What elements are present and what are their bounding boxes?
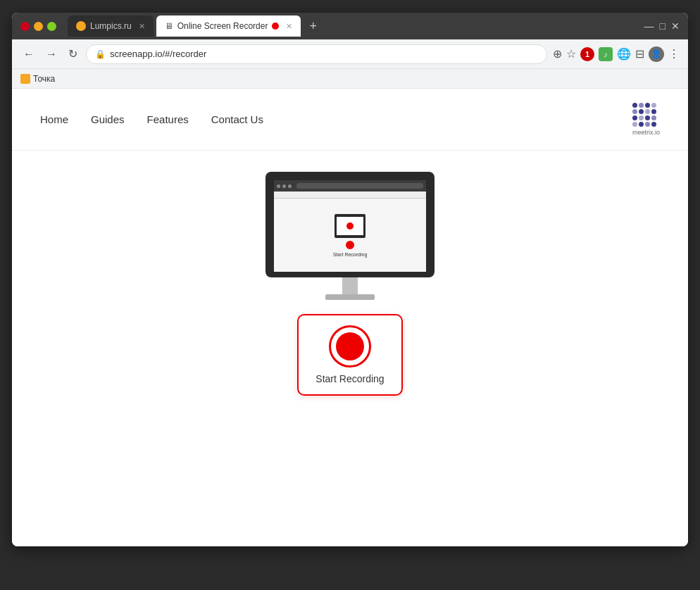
screen-toolbar (274, 192, 426, 199)
bookmark-tochka[interactable]: Точка (20, 74, 55, 84)
screen-url-bar (296, 183, 423, 189)
logo-area: meetrix.io (632, 103, 660, 136)
screen-dot (288, 184, 292, 188)
logo-dot (632, 122, 637, 127)
logo-dot (645, 115, 650, 120)
win-right-controls: — □ ✕ (644, 20, 680, 32)
extension-icon-2[interactable]: ♪ (599, 47, 613, 61)
logo-dot (651, 109, 656, 114)
recording-indicator-dot (272, 23, 279, 30)
screen-body: Start Recording (274, 199, 426, 272)
mini-screen-label: Start Recording (333, 252, 368, 257)
window-controls (20, 22, 56, 31)
logo-text: meetrix.io (632, 129, 660, 136)
mini-screen (337, 217, 363, 235)
record-button-icon (329, 325, 371, 368)
win-close-icon[interactable]: ✕ (671, 20, 680, 32)
bookmark-star-icon[interactable]: ☆ (566, 47, 576, 61)
record-dot (336, 332, 364, 360)
address-text: screenapp.io/#/recorder (110, 49, 206, 59)
screen-dot (282, 184, 286, 188)
tab1-title: Lumpics.ru (90, 21, 132, 31)
logo-dot (651, 103, 656, 108)
monitor-screen: Start Recording (274, 180, 426, 272)
tab2-title: Online Screen Recorder (177, 21, 268, 31)
profile-icon[interactable]: 🌐 (617, 47, 631, 61)
logo-dot (639, 109, 644, 114)
main-content: Start Recording Start Recording (12, 151, 688, 417)
logo-dot (645, 103, 650, 108)
nav-contact[interactable]: Contact Us (211, 113, 263, 125)
url-bar[interactable]: 🔒 screenapp.io/#/recorder (86, 44, 547, 64)
extension-icon-1[interactable]: 1 (580, 47, 594, 61)
title-bar: Lumpics.ru ✕ 🖥 Online Screen Recorder ✕ … (12, 13, 688, 39)
screen-dot (277, 184, 280, 188)
mini-monitor (335, 214, 365, 238)
logo-dot (645, 109, 650, 114)
logo-dot (632, 109, 637, 114)
close-button[interactable] (20, 22, 30, 31)
tab2-favicon-icon: 🖥 (165, 21, 173, 31)
monitor-base (325, 294, 375, 300)
logo-dot (632, 103, 637, 108)
mini-record-icon (346, 241, 354, 249)
logo-dot (639, 103, 644, 108)
bookmarks-bar: Точка (12, 69, 688, 89)
cast-icon[interactable]: ⊟ (635, 47, 644, 61)
reload-button[interactable]: ↻ (65, 44, 80, 63)
start-recording-button[interactable]: Start Recording (297, 314, 402, 396)
logo-dot (632, 115, 637, 120)
back-button[interactable]: ← (20, 45, 37, 63)
forward-button[interactable]: → (43, 45, 60, 63)
tab-screen-recorder[interactable]: 🖥 Online Screen Recorder ✕ (156, 15, 301, 37)
lock-icon: 🔒 (95, 49, 106, 59)
tab1-close-icon[interactable]: ✕ (139, 22, 145, 31)
toolbar-icons: ⊕ ☆ 1 ♪ 🌐 ⊟ 👤 ⋮ (553, 46, 680, 62)
tab1-favicon (76, 21, 86, 31)
avatar-icon[interactable]: 👤 (649, 46, 664, 62)
nav-features[interactable]: Features (147, 113, 189, 125)
logo-dot (639, 115, 644, 120)
tab2-close-icon[interactable]: ✕ (286, 22, 292, 31)
monitor-neck (342, 277, 358, 294)
logo-dot (639, 122, 644, 127)
new-tab-button[interactable]: + (304, 19, 323, 34)
win-minimize-icon[interactable]: — (644, 20, 654, 32)
bookmark-label: Точка (33, 74, 55, 84)
monitor-body: Start Recording (265, 172, 435, 277)
bookmark-folder-icon (20, 74, 30, 84)
menu-icon[interactable]: ⋮ (668, 47, 680, 61)
minimize-button[interactable] (34, 22, 43, 31)
maximize-button[interactable] (47, 22, 56, 31)
nav-guides[interactable]: Guides (91, 113, 125, 125)
webpage: Home Guides Features Contact Us (12, 89, 688, 546)
screen-chrome (274, 180, 426, 192)
address-bar: ← → ↻ 🔒 screenapp.io/#/recorder ⊕ ☆ 1 ♪ … (12, 39, 688, 69)
win-maximize-icon[interactable]: □ (660, 20, 665, 32)
nav-links: Home Guides Features Contact Us (40, 113, 263, 125)
tabs-bar: Lumpics.ru ✕ 🖥 Online Screen Recorder ✕ … (68, 15, 639, 37)
translate-icon[interactable]: ⊕ (553, 47, 562, 61)
site-nav: Home Guides Features Contact Us (12, 89, 688, 151)
logo-dot (651, 122, 656, 127)
nav-home[interactable]: Home (40, 113, 68, 125)
browser-window: Lumpics.ru ✕ 🖥 Online Screen Recorder ✕ … (12, 13, 688, 546)
tab-lumpics[interactable]: Lumpics.ru ✕ (68, 15, 154, 37)
logo-dot (645, 122, 650, 127)
logo-grid (632, 103, 660, 127)
start-recording-label: Start Recording (315, 373, 384, 384)
monitor-illustration: Start Recording (258, 172, 442, 300)
mini-rec-dot (346, 222, 354, 230)
logo-dot (651, 115, 656, 120)
